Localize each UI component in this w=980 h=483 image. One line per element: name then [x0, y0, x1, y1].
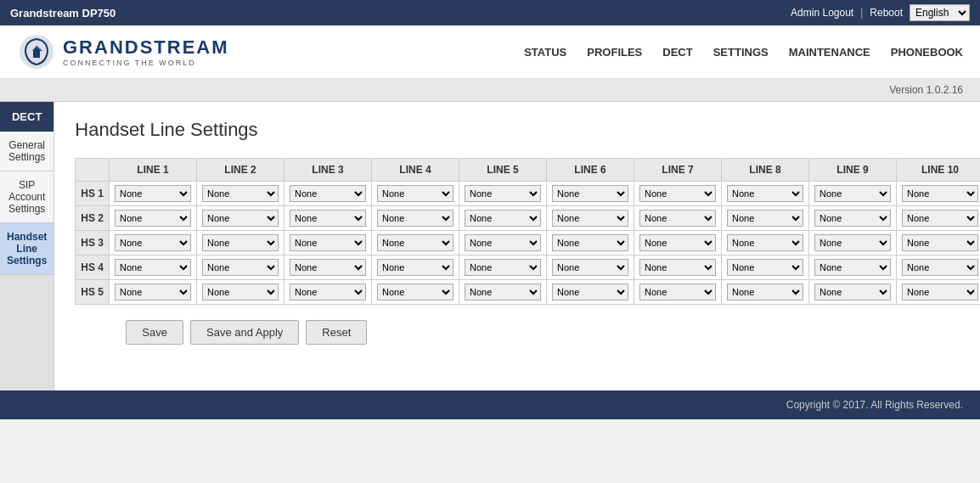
select-hs4-line5[interactable]: NoneAccount 1Account 2Account 3Account 4…	[465, 259, 541, 276]
reset-button[interactable]: Reset	[306, 320, 367, 345]
nav-item-maintenance[interactable]: MAINTENANCE	[789, 42, 870, 62]
cell-hs4-line6: NoneAccount 1Account 2Account 3Account 4…	[547, 256, 634, 280]
select-hs4-line1[interactable]: NoneAccount 1Account 2Account 3Account 4…	[115, 259, 191, 276]
select-hs1-line10[interactable]: NoneAccount 1Account 2Account 3Account 4…	[902, 185, 978, 202]
select-hs3-line5[interactable]: NoneAccount 1Account 2Account 3Account 4…	[465, 234, 541, 251]
cell-hs1-line5: NoneAccount 1Account 2Account 3Account 4…	[459, 182, 547, 206]
select-hs2-line4[interactable]: NoneAccount 1Account 2Account 3Account 4…	[377, 210, 453, 227]
cell-hs5-line3: NoneAccount 1Account 2Account 3Account 4…	[284, 280, 372, 305]
select-hs3-line1[interactable]: NoneAccount 1Account 2Account 3Account 4…	[115, 234, 191, 251]
sidebar-item-handset-line-settings[interactable]: Handset Line Settings	[0, 223, 54, 275]
cell-hs4-line3: NoneAccount 1Account 2Account 3Account 4…	[284, 256, 372, 280]
table-header-line-9: LINE 9	[809, 159, 897, 182]
cell-hs5-line4: NoneAccount 1Account 2Account 3Account 4…	[372, 280, 459, 305]
select-hs5-line3[interactable]: NoneAccount 1Account 2Account 3Account 4…	[290, 284, 366, 300]
select-hs4-line8[interactable]: NoneAccount 1Account 2Account 3Account 4…	[727, 259, 803, 276]
select-hs2-line2[interactable]: NoneAccount 1Account 2Account 3Account 4…	[202, 210, 279, 227]
nav-item-dect[interactable]: DECT	[662, 42, 692, 62]
select-hs4-line2[interactable]: NoneAccount 1Account 2Account 3Account 4…	[202, 259, 279, 276]
nav-item-profiles[interactable]: PROFILES	[587, 42, 642, 62]
select-hs3-line10[interactable]: NoneAccount 1Account 2Account 3Account 4…	[902, 234, 978, 251]
select-hs4-line4[interactable]: NoneAccount 1Account 2Account 3Account 4…	[377, 259, 453, 276]
select-hs2-line5[interactable]: NoneAccount 1Account 2Account 3Account 4…	[465, 210, 541, 227]
select-hs5-line1[interactable]: NoneAccount 1Account 2Account 3Account 4…	[115, 284, 191, 300]
save-and-apply-button[interactable]: Save and Apply	[190, 320, 299, 345]
select-hs1-line2[interactable]: NoneAccount 1Account 2Account 3Account 4…	[202, 185, 279, 202]
select-hs5-line9[interactable]: NoneAccount 1Account 2Account 3Account 4…	[814, 284, 891, 300]
select-hs5-line5[interactable]: NoneAccount 1Account 2Account 3Account 4…	[465, 284, 541, 300]
save-button[interactable]: Save	[126, 320, 183, 345]
device-title: Grandstream DP750	[10, 7, 115, 20]
top-bar-right: Admin Logout | Reboot EnglishChineseSpan…	[791, 4, 970, 21]
table-row: HS 1NoneAccount 1Account 2Account 3Accou…	[76, 182, 980, 206]
cell-hs5-line2: NoneAccount 1Account 2Account 3Account 4…	[197, 280, 284, 305]
reboot-link[interactable]: Reboot	[870, 7, 903, 19]
select-hs5-line7[interactable]: NoneAccount 1Account 2Account 3Account 4…	[639, 284, 716, 300]
sidebar: DECT General SettingsSIP Account Setting…	[0, 102, 54, 390]
select-hs1-line3[interactable]: NoneAccount 1Account 2Account 3Account 4…	[290, 185, 366, 202]
admin-logout-link[interactable]: Admin Logout	[791, 7, 853, 19]
cell-hs5-line9: NoneAccount 1Account 2Account 3Account 4…	[809, 280, 897, 305]
nav-item-status[interactable]: STATUS	[524, 42, 566, 62]
select-hs2-line10[interactable]: NoneAccount 1Account 2Account 3Account 4…	[902, 210, 978, 227]
select-hs3-line6[interactable]: NoneAccount 1Account 2Account 3Account 4…	[552, 234, 628, 251]
select-hs1-line6[interactable]: NoneAccount 1Account 2Account 3Account 4…	[552, 185, 628, 202]
button-row: Save Save and Apply Reset	[75, 320, 980, 345]
select-hs4-line10[interactable]: NoneAccount 1Account 2Account 3Account 4…	[902, 259, 978, 276]
select-hs4-line7[interactable]: NoneAccount 1Account 2Account 3Account 4…	[639, 259, 716, 276]
select-hs3-line4[interactable]: NoneAccount 1Account 2Account 3Account 4…	[377, 234, 453, 251]
cell-hs1-line3: NoneAccount 1Account 2Account 3Account 4…	[284, 182, 372, 206]
select-hs5-line4[interactable]: NoneAccount 1Account 2Account 3Account 4…	[377, 284, 453, 300]
hs-label-1: HS 1	[76, 182, 110, 206]
select-hs2-line6[interactable]: NoneAccount 1Account 2Account 3Account 4…	[552, 210, 628, 227]
select-hs2-line9[interactable]: NoneAccount 1Account 2Account 3Account 4…	[814, 210, 891, 227]
sidebar-item-sip-account-settings[interactable]: SIP Account Settings	[0, 171, 54, 223]
select-hs1-line5[interactable]: NoneAccount 1Account 2Account 3Account 4…	[465, 185, 541, 202]
select-hs5-line10[interactable]: NoneAccount 1Account 2Account 3Account 4…	[902, 284, 978, 300]
header: GRANDSTREAM CONNECTING THE WORLD STATUSP…	[0, 25, 980, 79]
cell-hs1-line6: NoneAccount 1Account 2Account 3Account 4…	[547, 182, 634, 206]
select-hs1-line4[interactable]: NoneAccount 1Account 2Account 3Account 4…	[377, 185, 453, 202]
table-row: HS 3NoneAccount 1Account 2Account 3Accou…	[76, 231, 980, 256]
nav-item-phonebook[interactable]: PHONEBOOK	[891, 42, 963, 62]
cell-hs3-line1: NoneAccount 1Account 2Account 3Account 4…	[110, 231, 197, 256]
version-text: Version 1.0.2.16	[889, 84, 963, 96]
sidebar-item-general-settings[interactable]: General Settings	[0, 132, 54, 171]
select-hs1-line8[interactable]: NoneAccount 1Account 2Account 3Account 4…	[727, 185, 803, 202]
select-hs4-line9[interactable]: NoneAccount 1Account 2Account 3Account 4…	[814, 259, 891, 276]
select-hs4-line6[interactable]: NoneAccount 1Account 2Account 3Account 4…	[552, 259, 628, 276]
select-hs1-line1[interactable]: NoneAccount 1Account 2Account 3Account 4…	[115, 185, 191, 202]
cell-hs2-line8: NoneAccount 1Account 2Account 3Account 4…	[722, 206, 809, 231]
version-bar: Version 1.0.2.16	[0, 79, 980, 102]
cell-hs5-line8: NoneAccount 1Account 2Account 3Account 4…	[722, 280, 809, 305]
select-hs5-line2[interactable]: NoneAccount 1Account 2Account 3Account 4…	[202, 284, 279, 300]
footer: Copyright © 2017. All Rights Reserved.	[0, 390, 980, 419]
table-header-line-7: LINE 7	[634, 159, 722, 182]
select-hs2-line1[interactable]: NoneAccount 1Account 2Account 3Account 4…	[115, 210, 191, 227]
select-hs1-line9[interactable]: NoneAccount 1Account 2Account 3Account 4…	[814, 185, 891, 202]
select-hs3-line2[interactable]: NoneAccount 1Account 2Account 3Account 4…	[202, 234, 279, 251]
hs-label-5: HS 5	[76, 280, 110, 305]
select-hs2-line3[interactable]: NoneAccount 1Account 2Account 3Account 4…	[290, 210, 366, 227]
select-hs4-line3[interactable]: NoneAccount 1Account 2Account 3Account 4…	[290, 259, 366, 276]
logo-text: GRANDSTREAM CONNECTING THE WORLD	[63, 37, 229, 67]
nav-item-settings[interactable]: SETTINGS	[713, 42, 769, 62]
cell-hs4-line4: NoneAccount 1Account 2Account 3Account 4…	[372, 256, 459, 280]
select-hs3-line9[interactable]: NoneAccount 1Account 2Account 3Account 4…	[814, 234, 891, 251]
select-hs2-line8[interactable]: NoneAccount 1Account 2Account 3Account 4…	[727, 210, 803, 227]
language-select[interactable]: EnglishChineseSpanishFrenchGerman	[910, 4, 970, 21]
cell-hs3-line9: NoneAccount 1Account 2Account 3Account 4…	[809, 231, 897, 256]
main-nav: STATUSPROFILESDECTSETTINGSMAINTENANCEPHO…	[524, 42, 963, 62]
select-hs5-line6[interactable]: NoneAccount 1Account 2Account 3Account 4…	[552, 284, 628, 300]
table-header-empty	[76, 159, 110, 182]
cell-hs5-line7: NoneAccount 1Account 2Account 3Account 4…	[634, 280, 722, 305]
select-hs2-line7[interactable]: NoneAccount 1Account 2Account 3Account 4…	[639, 210, 716, 227]
select-hs1-line7[interactable]: NoneAccount 1Account 2Account 3Account 4…	[639, 185, 716, 202]
cell-hs3-line4: NoneAccount 1Account 2Account 3Account 4…	[372, 231, 459, 256]
select-hs3-line3[interactable]: NoneAccount 1Account 2Account 3Account 4…	[290, 234, 366, 251]
select-hs5-line8[interactable]: NoneAccount 1Account 2Account 3Account 4…	[727, 284, 803, 300]
select-hs3-line8[interactable]: NoneAccount 1Account 2Account 3Account 4…	[727, 234, 803, 251]
sidebar-header: DECT	[0, 102, 54, 132]
cell-hs4-line2: NoneAccount 1Account 2Account 3Account 4…	[197, 256, 284, 280]
select-hs3-line7[interactable]: NoneAccount 1Account 2Account 3Account 4…	[639, 234, 716, 251]
